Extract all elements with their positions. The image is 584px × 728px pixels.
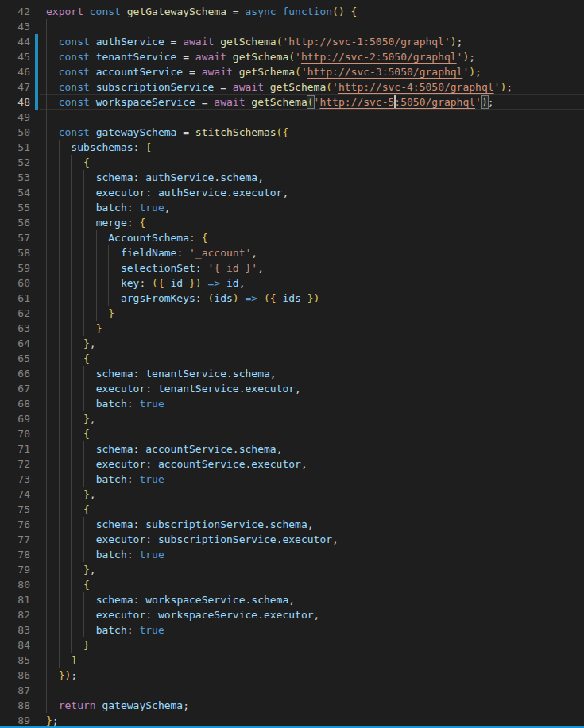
code-text[interactable]: batch: true [40, 547, 584, 562]
line-number[interactable]: 80 [0, 577, 30, 592]
code-text[interactable] [40, 683, 584, 698]
line-number[interactable]: 84 [0, 637, 30, 653]
code-text[interactable]: ] [40, 653, 584, 668]
code-text[interactable]: const workspaceService = await getSchema… [40, 94, 584, 110]
line-number[interactable]: 79 [0, 562, 30, 577]
line-number[interactable]: 44 [0, 34, 30, 49]
line-number[interactable]: 83 [0, 622, 30, 637]
line-number[interactable]: 81 [0, 592, 30, 607]
code-text[interactable]: executor: accountService.executor, [40, 456, 584, 472]
code-text[interactable]: { [40, 155, 584, 170]
line-number[interactable]: 60 [0, 275, 30, 291]
link-string[interactable]: http://svc-5 [319, 96, 394, 108]
code-text[interactable]: { [40, 426, 584, 441]
code-text[interactable]: { [40, 577, 584, 592]
code-text[interactable]: executor: workspaceService.executor, [40, 607, 584, 622]
line-number[interactable]: 52 [0, 155, 30, 170]
code-text[interactable]: batch: true [40, 396, 584, 411]
line-number[interactable]: 72 [0, 456, 30, 472]
line-number[interactable]: 69 [0, 411, 30, 426]
line-number[interactable]: 75 [0, 502, 30, 517]
line-number[interactable]: 82 [0, 607, 30, 622]
line-number[interactable]: 74 [0, 487, 30, 502]
line-number[interactable]: 53 [0, 170, 30, 185]
code-text[interactable]: { [40, 502, 584, 517]
line-number[interactable]: 56 [0, 215, 30, 230]
code-text[interactable]: executor: subscriptionService.executor, [40, 532, 584, 547]
code-text[interactable]: AccountSchema: { [40, 230, 584, 245]
code-text[interactable]: }); [40, 668, 584, 683]
code-text[interactable]: const authService = await getSchema('htt… [40, 34, 584, 49]
code-text[interactable] [40, 110, 584, 125]
code-text[interactable] [40, 19, 584, 34]
line-number[interactable]: 48 [0, 94, 30, 110]
code-text[interactable]: return gatewaySchema; [40, 698, 584, 713]
code-editor[interactable]: 42export const getGatewaySchema = async … [0, 0, 584, 728]
code-text[interactable]: const accountService = await getSchema('… [40, 64, 584, 79]
code-text[interactable]: schema: workspaceService.schema, [40, 592, 584, 607]
code-text[interactable]: }, [40, 336, 584, 351]
code-text[interactable]: batch: true, [40, 200, 584, 215]
line-number[interactable]: 50 [0, 125, 30, 140]
line-number[interactable]: 64 [0, 336, 30, 351]
link-string[interactable]: http://svc-1:5050/graphql [288, 36, 444, 48]
code-text[interactable]: schema: subscriptionService.schema, [40, 517, 584, 532]
line-number[interactable]: 63 [0, 321, 30, 336]
code-text[interactable]: const tenantService = await getSchema('h… [40, 49, 584, 64]
code-text[interactable]: }, [40, 562, 584, 577]
link-string[interactable]: http://svc-3:5050/graphql [307, 66, 463, 78]
code-text[interactable]: schema: tenantService.schema, [40, 366, 584, 381]
line-number[interactable]: 88 [0, 698, 30, 713]
code-text[interactable]: }, [40, 411, 584, 426]
link-string[interactable]: :5050/graphql [394, 96, 475, 108]
line-number[interactable]: 55 [0, 200, 30, 215]
code-text[interactable]: schema: accountService.schema, [40, 441, 584, 456]
line-number[interactable]: 59 [0, 260, 30, 275]
code-text[interactable]: subschemas: [ [40, 140, 584, 155]
code-text[interactable]: const gatewaySchema = stitchSchemas({ [40, 125, 584, 140]
line-number[interactable]: 68 [0, 396, 30, 411]
line-number[interactable]: 47 [0, 79, 30, 94]
code-text[interactable]: executor: tenantService.executor, [40, 381, 584, 396]
line-number[interactable]: 66 [0, 366, 30, 381]
code-text[interactable]: executor: authService.executor, [40, 185, 584, 200]
code-text[interactable]: } [40, 321, 584, 336]
code-text[interactable]: } [40, 306, 584, 321]
code-text[interactable]: argsFromKeys: (ids) => ({ ids }) [40, 291, 584, 306]
line-number[interactable]: 62 [0, 306, 30, 321]
code-text[interactable]: { [40, 351, 584, 366]
link-string[interactable]: http://svc-2:5050/graphql [301, 51, 457, 63]
line-number[interactable]: 61 [0, 291, 30, 306]
line-number[interactable]: 57 [0, 230, 30, 245]
code-text[interactable]: }, [40, 487, 584, 502]
line-number[interactable]: 77 [0, 532, 30, 547]
line-number[interactable]: 67 [0, 381, 30, 396]
code-text[interactable]: schema: authService.schema, [40, 170, 584, 185]
code-text[interactable]: merge: { [40, 215, 584, 230]
line-number[interactable]: 87 [0, 683, 30, 698]
code-text[interactable]: key: ({ id }) => id, [40, 275, 584, 291]
line-number[interactable]: 54 [0, 185, 30, 200]
code-text[interactable]: batch: true [40, 622, 584, 637]
code-text[interactable]: const subscriptionService = await getSch… [40, 79, 584, 94]
line-number[interactable]: 73 [0, 472, 30, 487]
code-text[interactable]: } [40, 637, 584, 653]
line-number[interactable]: 70 [0, 426, 30, 441]
line-number[interactable]: 43 [0, 19, 30, 34]
line-number[interactable]: 42 [0, 4, 30, 19]
code-text[interactable]: export const getGatewaySchema = async fu… [40, 4, 584, 19]
code-text[interactable]: fieldName: '_account', [40, 245, 584, 260]
line-number[interactable]: 46 [0, 64, 30, 79]
line-number[interactable]: 78 [0, 547, 30, 562]
line-number[interactable]: 58 [0, 245, 30, 260]
line-number[interactable]: 65 [0, 351, 30, 366]
code-text[interactable]: selectionSet: '{ id }', [40, 260, 584, 275]
link-string[interactable]: http://svc-4:5050/graphql [338, 81, 494, 93]
code-text[interactable]: batch: true [40, 472, 584, 487]
line-number[interactable]: 86 [0, 668, 30, 683]
line-number[interactable]: 49 [0, 110, 30, 125]
line-number[interactable]: 51 [0, 140, 30, 155]
line-number[interactable]: 85 [0, 653, 30, 668]
line-number[interactable]: 76 [0, 517, 30, 532]
line-number[interactable]: 71 [0, 441, 30, 456]
